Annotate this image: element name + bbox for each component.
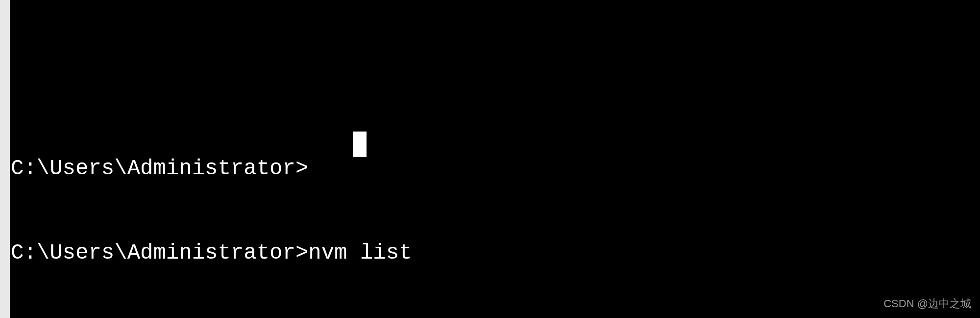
terminal-cursor	[353, 132, 367, 157]
watermark-text: CSDN @边中之城	[883, 297, 971, 311]
terminal-line: C:\Users\Administrator>nvm list	[10, 239, 980, 267]
terminal-line: C:\Users\Administrator>	[10, 155, 980, 183]
terminal-window[interactable]: C:\Users\Administrator> C:\Users\Adminis…	[10, 112, 980, 318]
